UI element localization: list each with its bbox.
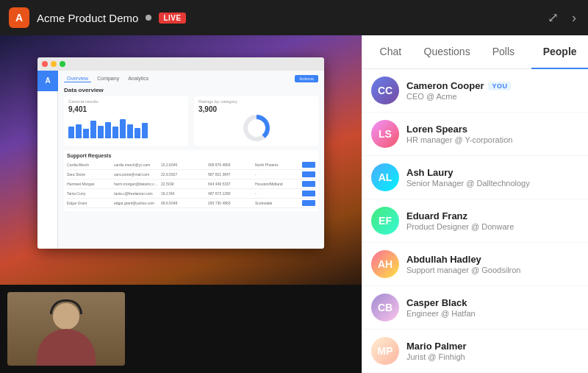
- dashboard-sidebar: A: [37, 71, 58, 249]
- person-role: Senior Manager @ Dalltechnology: [406, 179, 579, 188]
- metric-general: General results 9,401: [64, 96, 188, 146]
- person-item[interactable]: LSLoren SpearsHR manager @ Y-corporation: [362, 113, 588, 156]
- person-role: HR manager @ Y-corporation: [406, 135, 579, 144]
- person-item[interactable]: CBCasper BlackEngineer @ Hatfan: [362, 286, 588, 330]
- dashboard-screenshot: A Overview Company Analytics Actions Dat…: [37, 57, 324, 249]
- person-item[interactable]: CCCameron CooperYOUCEO @ Acme: [362, 69, 588, 113]
- people-list: CCCameron CooperYOUCEO @ AcmeLSLoren Spe…: [362, 69, 588, 373]
- live-badge: LIVE: [159, 13, 185, 24]
- table-row: Tania Curry tania.c@freelancer.com 19.2.…: [67, 189, 315, 199]
- tab-overview[interactable]: Overview: [64, 75, 91, 82]
- dashboard-topbar: Overview Company Analytics Actions: [64, 75, 318, 82]
- person-item[interactable]: MPMario PalmerJurist @ Finhigh: [362, 330, 588, 373]
- person-role: Jurist @ Finhigh: [406, 352, 579, 361]
- person-name: Eduard Franz: [406, 210, 467, 221]
- minimize-button: [51, 61, 57, 67]
- person-info: Eduard FranzProduct Designer @ Donware: [406, 210, 579, 231]
- donut-chart: [198, 113, 314, 143]
- maximize-button: [60, 61, 65, 67]
- chevron-right-icon[interactable]: ›: [569, 7, 579, 29]
- person-item[interactable]: EFEduard FranzProduct Designer @ Donware: [362, 199, 588, 243]
- bar: [120, 119, 126, 138]
- tab-people[interactable]: People: [531, 35, 588, 69]
- dashboard-main: Overview Company Analytics Actions Data …: [58, 71, 324, 249]
- person-info: Abdullah HadleySupport manager @ Goodsil…: [406, 254, 579, 274]
- tabs-bar: ChatQuestionsPollsPeople: [362, 35, 588, 69]
- avatar: AL: [371, 163, 399, 191]
- app-logo: A: [9, 7, 29, 28]
- avatar: CC: [371, 77, 399, 104]
- avatar: AH: [371, 250, 399, 278]
- video-panel: A Overview Company Analytics Actions Dat…: [0, 35, 362, 373]
- tab-analytics[interactable]: Analytics: [125, 75, 151, 82]
- person-name: Cameron Cooper: [406, 80, 484, 91]
- dashboard-content: A Overview Company Analytics Actions Dat…: [37, 71, 324, 249]
- person-role: CEO @ Acme: [406, 92, 579, 101]
- tab-questions[interactable]: Questions: [419, 35, 476, 69]
- person-item[interactable]: AHAbdullah HadleySupport manager @ Goods…: [362, 243, 588, 286]
- person-name: Mario Palmer: [406, 341, 467, 352]
- tab-chat[interactable]: Chat: [362, 35, 419, 69]
- right-panel: ChatQuestionsPollsPeople CCCameron Coope…: [362, 35, 588, 373]
- person-info: Ash LaurySenior Manager @ Dalltechnology: [406, 167, 579, 188]
- bar: [90, 121, 96, 138]
- status-dot: [146, 15, 151, 21]
- person-figure: [7, 292, 125, 366]
- header: A Acme Product Demo LIVE ⤢ ›: [0, 0, 588, 35]
- support-requests-table: Support Requests Cardia Merch cardis.mer…: [64, 150, 318, 211]
- support-requests-title: Support Requests: [67, 153, 315, 158]
- person-name: Abdullah Hadley: [406, 254, 481, 265]
- person-role: Support manager @ Goodsilron: [406, 266, 579, 274]
- person-info: Cameron CooperYOUCEO @ Acme: [406, 80, 579, 101]
- dashboard-metrics: General results 9,401 Ratings by categor…: [64, 96, 318, 146]
- presentation-area: A Overview Company Analytics Actions Dat…: [0, 35, 362, 285]
- bar-chart: [68, 116, 184, 138]
- bar: [135, 128, 140, 138]
- bar: [142, 123, 148, 138]
- person-name: Ash Laury: [406, 167, 453, 178]
- expand-icon[interactable]: ⤢: [545, 7, 562, 29]
- bar: [76, 124, 82, 138]
- person-info: Mario PalmerJurist @ Finhigh: [406, 341, 579, 361]
- bar: [68, 127, 74, 138]
- table-row: Harmeet Morgan harm.morgan@datainc.com 2…: [67, 180, 315, 189]
- close-button: [42, 61, 48, 67]
- main-content: A Overview Company Analytics Actions Dat…: [0, 35, 588, 373]
- table-row: Cardia Merch cardis.merch@yc.com 15.2.60…: [67, 160, 315, 170]
- bar: [112, 127, 118, 138]
- avatar: MP: [371, 337, 399, 365]
- metric-general-label: General results: [68, 99, 184, 104]
- tab-company[interactable]: Company: [94, 75, 122, 82]
- avatar: EF: [371, 207, 399, 235]
- metric-ratings-value: 3,900: [198, 105, 314, 113]
- bar: [105, 122, 111, 138]
- speaker-bar: [0, 285, 362, 373]
- bar: [127, 124, 133, 138]
- person-info: Loren SpearsHR manager @ Y-corporation: [406, 124, 579, 144]
- person-head: [53, 303, 79, 330]
- bar: [98, 126, 104, 138]
- bar: [83, 129, 89, 138]
- person-name: Loren Spears: [406, 124, 467, 135]
- avatar: CB: [371, 294, 399, 322]
- avatar: LS: [371, 120, 399, 148]
- page-title: Acme Product Demo: [37, 12, 138, 24]
- person-role: Product Designer @ Donware: [406, 222, 579, 231]
- person-body: [37, 329, 96, 366]
- person-name: Casper Black: [406, 297, 467, 308]
- person-item[interactable]: ALAsh LaurySenior Manager @ Dalltechnolo…: [362, 156, 588, 199]
- dashboard-action-btn[interactable]: Actions: [295, 75, 318, 82]
- table-row: Sara Stone sara.stone@mail.com 22.9.5927…: [67, 170, 315, 180]
- person-role: Engineer @ Hatfan: [406, 309, 579, 318]
- dashboard-logo: A: [37, 71, 58, 91]
- metric-ratings-label: Ratings by category: [198, 99, 314, 104]
- metric-general-value: 9,401: [68, 105, 184, 113]
- table-row: Edgar Grant edgar.grant@yahoo.com 09.6.5…: [67, 199, 315, 208]
- dashboard-section-title: Data overview: [64, 87, 318, 93]
- tab-polls[interactable]: Polls: [476, 35, 532, 69]
- you-badge: YOU: [488, 82, 511, 90]
- metric-ratings: Ratings by category 3,900: [194, 96, 318, 146]
- mac-titlebar: [37, 57, 324, 71]
- speaker-video: [7, 292, 125, 366]
- person-info: Casper BlackEngineer @ Hatfan: [406, 297, 579, 318]
